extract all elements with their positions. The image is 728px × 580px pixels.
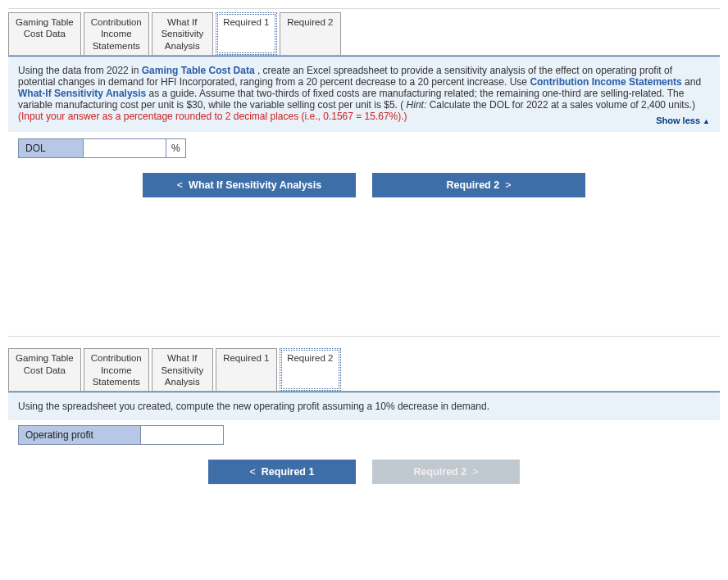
prev-button-label: Required 1 bbox=[262, 466, 315, 478]
tab-required-1[interactable]: Required 1 bbox=[216, 348, 277, 391]
answer-input-wrap bbox=[84, 138, 166, 158]
question-section-2: Gaming TableCost Data ContributionIncome… bbox=[8, 345, 720, 484]
answer-input-wrap bbox=[141, 425, 224, 445]
instruction-text: and bbox=[685, 76, 701, 88]
link-what-if-sensitivity-analysis[interactable]: What-If Sensitivity Analysis bbox=[18, 88, 146, 99]
tab-bar: Gaming TableCost Data ContributionIncome… bbox=[8, 9, 720, 56]
prev-button[interactable]: < What If Sensitivity Analysis bbox=[143, 173, 356, 197]
tab-what-if-sensitivity-analysis[interactable]: What IfSensitivityAnalysis bbox=[152, 348, 213, 391]
next-button-label: Required 2 bbox=[447, 179, 500, 191]
unit-percent: % bbox=[166, 138, 186, 158]
link-gaming-table-cost-data[interactable]: Gaming Table Cost Data bbox=[142, 65, 255, 76]
show-less-label: Show less bbox=[656, 116, 700, 125]
chevron-left-icon: < bbox=[250, 466, 256, 478]
tab-required-2[interactable]: Required 2 bbox=[280, 12, 341, 55]
tab-gaming-table-cost-data[interactable]: Gaming TableCost Data bbox=[8, 348, 81, 391]
answer-row-dol: DOL % bbox=[18, 138, 710, 158]
show-less-toggle[interactable]: Show less ▲ bbox=[656, 116, 710, 125]
tab-what-if-sensitivity-analysis[interactable]: What IfSensitivityAnalysis bbox=[152, 12, 213, 55]
tab-contribution-income-statements[interactable]: ContributionIncomeStatements bbox=[84, 12, 149, 55]
tab-bar: Gaming TableCost Data ContributionIncome… bbox=[8, 345, 720, 392]
tab-contribution-income-statements[interactable]: ContributionIncomeStatements bbox=[84, 348, 149, 391]
answer-label-operating-profit: Operating profit bbox=[18, 425, 141, 445]
prev-button[interactable]: < Required 1 bbox=[208, 460, 356, 484]
dol-input[interactable] bbox=[84, 139, 166, 157]
hint-text: Calculate the DOL for 2022 at a sales vo… bbox=[430, 99, 695, 111]
chevron-left-icon: < bbox=[177, 179, 183, 191]
input-format-note: (Input your answer as a percentage round… bbox=[18, 111, 407, 122]
instruction-text: Using the spreadsheet you created, compu… bbox=[18, 401, 489, 412]
nav-buttons: < What If Sensitivity Analysis Required … bbox=[8, 173, 720, 197]
section-divider bbox=[8, 222, 720, 337]
hint-label: Hint: bbox=[407, 99, 427, 111]
instruction-text: Using the data from 2022 in bbox=[18, 65, 142, 76]
tab-gaming-table-cost-data[interactable]: Gaming TableCost Data bbox=[8, 12, 81, 55]
next-button[interactable]: Required 2 > bbox=[372, 173, 585, 197]
answer-row-operating-profit: Operating profit bbox=[18, 425, 710, 445]
chevron-up-icon: ▲ bbox=[703, 117, 710, 125]
question-section-1: Gaming TableCost Data ContributionIncome… bbox=[8, 8, 720, 197]
instructions-panel: Using the spreadsheet you created, compu… bbox=[8, 392, 720, 420]
next-button: Required 2 > bbox=[372, 460, 520, 484]
operating-profit-input[interactable] bbox=[141, 426, 223, 444]
link-contribution-income-statements[interactable]: Contribution Income Statements bbox=[530, 76, 681, 88]
answer-label-dol: DOL bbox=[18, 138, 84, 158]
chevron-right-icon: > bbox=[472, 466, 478, 478]
chevron-right-icon: > bbox=[505, 179, 511, 191]
tab-required-1[interactable]: Required 1 bbox=[216, 12, 277, 55]
nav-buttons: < Required 1 Required 2 > bbox=[8, 460, 720, 484]
next-button-label: Required 2 bbox=[414, 466, 467, 478]
instructions-panel: Using the data from 2022 in Gaming Table… bbox=[8, 56, 720, 132]
tab-required-2[interactable]: Required 2 bbox=[280, 348, 341, 391]
prev-button-label: What If Sensitivity Analysis bbox=[189, 179, 321, 191]
